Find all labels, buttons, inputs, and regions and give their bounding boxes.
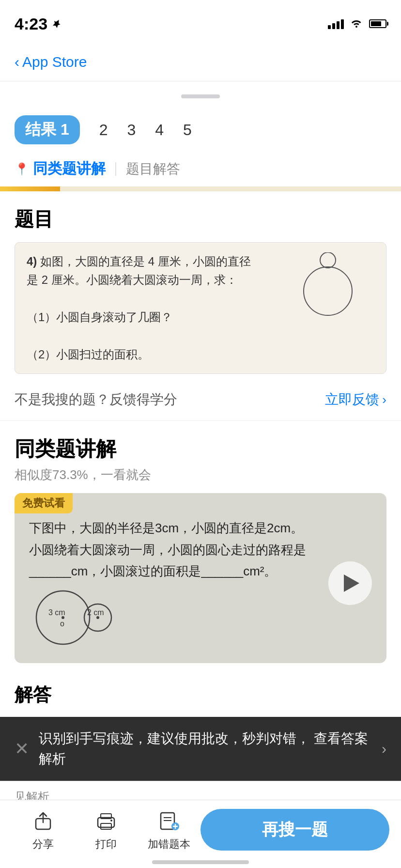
progress-fill bbox=[0, 186, 60, 191]
tab-result-5[interactable]: 5 bbox=[183, 121, 192, 139]
back-chevron-icon: ‹ bbox=[15, 54, 19, 70]
similar-section: 同类题讲解 相似度73.3%，一看就会 免费试看 下图中，大圆的半径是3cm，小… bbox=[0, 421, 401, 673]
main-sheet: 结果 1 2 3 4 5 📍 同类题讲解 题目解答 题目 4) 如图，大圆的直径… bbox=[0, 81, 401, 868]
svg-point-1 bbox=[320, 252, 336, 268]
location-icon bbox=[51, 18, 62, 29]
question-image: 4) 如图，大圆的直径是 4 厘米，小圆的直径是 2 厘米。小圆绕着大圆滚动一周… bbox=[15, 242, 386, 374]
notification-chevron-icon: › bbox=[382, 741, 386, 757]
header-separator bbox=[115, 162, 116, 176]
search-again-text: 再搜一题 bbox=[262, 819, 328, 841]
section-header-similar[interactable]: 📍 同类题讲解 bbox=[15, 159, 106, 179]
similar-title: 同类题讲解 bbox=[15, 435, 386, 463]
feedback-chevron-icon: › bbox=[382, 392, 386, 407]
notification-text: 识别到手写痕迹，建议使用批改，秒判对错， 查看答案解析 bbox=[39, 728, 372, 769]
battery-icon bbox=[369, 19, 386, 28]
status-time: 4:23 bbox=[15, 15, 62, 33]
time-text: 4:23 bbox=[15, 15, 47, 33]
video-text-block: 下图中，大圆的半径是3cm，小圆的直径是2cm。小圆绕着大圆滚动一周，小圆的圆心… bbox=[29, 517, 314, 649]
tab-result-3[interactable]: 3 bbox=[127, 121, 136, 139]
progress-bar bbox=[0, 186, 401, 191]
video-description: 下图中，大圆的半径是3cm，小圆的直径是2cm。小圆绕着大圆滚动一周，小圆的圆心… bbox=[29, 517, 314, 582]
section-label-answer[interactable]: 题目解答 bbox=[126, 160, 180, 178]
circle-diagram bbox=[299, 252, 357, 341]
svg-point-0 bbox=[304, 267, 352, 315]
print-button[interactable]: 打印 bbox=[75, 808, 138, 852]
question-title: 题目 bbox=[15, 206, 386, 232]
back-label: App Store bbox=[22, 54, 87, 70]
video-content: 下图中，大圆的半径是3cm，小圆的直径是2cm。小圆绕着大圆滚动一周，小圆的圆心… bbox=[15, 493, 386, 663]
back-button[interactable]: ‹ App Store bbox=[15, 54, 87, 70]
add-label: 加错题本 bbox=[148, 837, 190, 852]
notification-close-button[interactable]: ✕ bbox=[15, 739, 29, 759]
tab-result-4[interactable]: 4 bbox=[155, 121, 164, 139]
add-error-book-button[interactable]: 加错题本 bbox=[138, 808, 200, 852]
notification-banner: ✕ 识别到手写痕迹，建议使用批改，秒判对错， 查看答案解析 › bbox=[0, 717, 401, 781]
home-indicator bbox=[152, 860, 249, 864]
status-icons bbox=[328, 17, 386, 31]
svg-point-13 bbox=[110, 820, 112, 822]
feedback-row: 不是我搜的题？反馈得学分 立即反馈 › bbox=[0, 379, 401, 421]
play-icon bbox=[344, 574, 359, 592]
feedback-link[interactable]: 立即反馈 › bbox=[325, 390, 386, 409]
question-section: 题目 4) 如图，大圆的直径是 4 厘米，小圆的直径是 2 厘米。小圆绕着大圆滚… bbox=[0, 191, 401, 379]
share-button[interactable]: 分享 bbox=[12, 808, 75, 852]
tab-result-1[interactable]: 结果 1 bbox=[15, 115, 80, 144]
drag-pill bbox=[181, 94, 220, 98]
section-header: 📍 同类题讲解 题目解答 bbox=[0, 154, 401, 186]
search-again-button[interactable]: 再搜一题 bbox=[200, 809, 389, 851]
svg-rect-12 bbox=[101, 823, 111, 829]
section-label-similar: 同类题讲解 bbox=[33, 159, 106, 179]
bottom-toolbar: 分享 打印 加错题本 再搜一题 bbox=[0, 800, 401, 868]
tab-result-2[interactable]: 2 bbox=[99, 121, 108, 139]
answer-title: 解答 bbox=[15, 682, 386, 707]
similar-subtitle: 相似度73.3%，一看就会 bbox=[15, 466, 386, 483]
feedback-text: 不是我搜的题？反馈得学分 bbox=[15, 390, 177, 409]
svg-text:o: o bbox=[60, 620, 64, 628]
tabs-row: 结果 1 2 3 4 5 bbox=[0, 106, 401, 154]
signal-icon bbox=[328, 18, 344, 29]
print-icon bbox=[93, 808, 119, 834]
play-button[interactable] bbox=[328, 561, 372, 605]
video-circles: 3 cm 2 cm o bbox=[29, 589, 314, 649]
question-text: 4) 如图，大圆的直径是 4 厘米，小圆的直径是 2 厘米。小圆绕着大圆滚动一周… bbox=[27, 252, 253, 364]
answer-section-partial: 解答 bbox=[0, 673, 401, 717]
wifi-icon bbox=[350, 17, 363, 31]
video-badge: 免费试看 bbox=[15, 493, 73, 513]
pin-icon: 📍 bbox=[15, 162, 29, 176]
share-icon bbox=[30, 808, 56, 834]
drag-indicator bbox=[0, 81, 401, 106]
add-error-book-icon bbox=[156, 808, 182, 834]
print-label: 打印 bbox=[95, 837, 117, 852]
share-label: 分享 bbox=[32, 837, 54, 852]
status-bar: 4:23 bbox=[0, 0, 401, 43]
svg-text:2 cm: 2 cm bbox=[87, 608, 104, 617]
video-card[interactable]: 免费试看 下图中，大圆的半径是3cm，小圆的直径是2cm。小圆绕着大圆滚动一周，… bbox=[15, 493, 386, 663]
svg-text:3 cm: 3 cm bbox=[48, 608, 65, 617]
nav-bar: ‹ App Store bbox=[0, 43, 401, 81]
feedback-link-text: 立即反馈 bbox=[325, 390, 379, 409]
